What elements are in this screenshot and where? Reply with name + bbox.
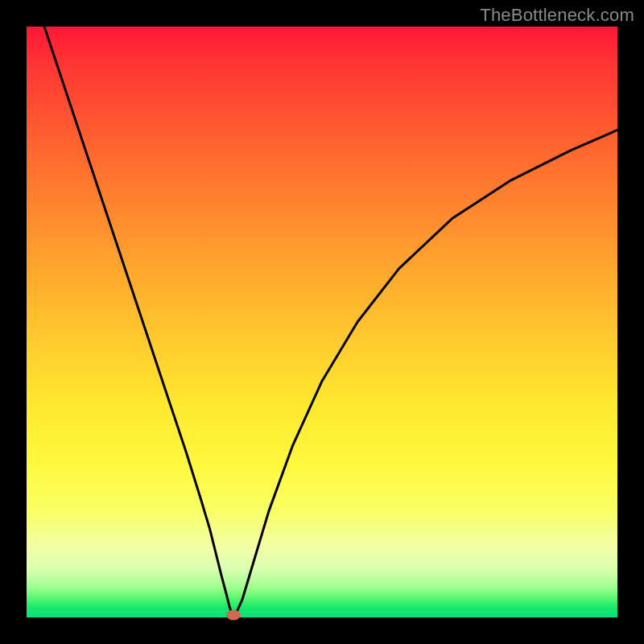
watermark-text: TheBottleneck.com (480, 5, 634, 26)
plot-area (27, 27, 617, 617)
minimum-marker (226, 610, 241, 621)
bottleneck-curve (27, 27, 617, 617)
chart-frame: TheBottleneck.com (0, 0, 644, 644)
